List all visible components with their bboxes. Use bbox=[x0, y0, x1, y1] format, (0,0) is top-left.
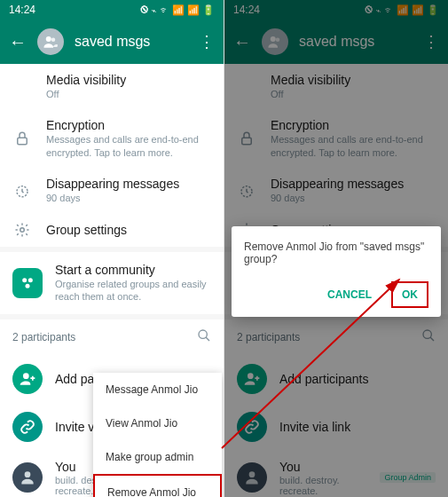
phone-screen-right: 14:24 🛇 ⌁ ᯤ 📶 📶 🔋 ← saved msgs ⋮ Media v… bbox=[224, 0, 448, 497]
group-settings-title: Group settings bbox=[46, 223, 211, 237]
encryption-title: Encryption bbox=[46, 118, 211, 132]
community-title: Start a community bbox=[55, 263, 211, 277]
community-sub: Organise related groups and easily reach… bbox=[55, 278, 211, 304]
svg-point-4 bbox=[20, 228, 25, 233]
context-message[interactable]: Message Anmol Jio bbox=[93, 373, 222, 406]
status-bar: 14:24 🛇 ⌁ ᯤ 📶 📶 🔋 bbox=[0, 0, 224, 20]
svg-point-6 bbox=[28, 278, 33, 282]
svg-rect-2 bbox=[18, 138, 28, 145]
media-sub: Off bbox=[46, 88, 211, 100]
media-visibility-row[interactable]: Media visibility Off bbox=[0, 64, 224, 109]
link-icon bbox=[12, 412, 43, 442]
group-avatar-icon[interactable] bbox=[37, 28, 64, 55]
ok-button[interactable]: OK bbox=[391, 281, 428, 308]
search-icon[interactable] bbox=[197, 328, 211, 346]
more-menu-icon[interactable]: ⋮ bbox=[199, 32, 215, 51]
context-admin[interactable]: Make group admin bbox=[93, 440, 222, 474]
lock-icon bbox=[12, 130, 32, 146]
page-title: saved msgs bbox=[75, 34, 188, 50]
gear-icon bbox=[12, 222, 32, 238]
group-settings-row[interactable]: Group settings bbox=[0, 213, 224, 247]
encryption-row[interactable]: Encryption Messages and calls are end-to… bbox=[0, 109, 224, 168]
add-person-icon bbox=[12, 364, 43, 394]
status-icons: 🛇 ⌁ ᯤ 📶 📶 🔋 bbox=[139, 4, 215, 16]
svg-point-9 bbox=[23, 373, 29, 379]
dialog-text: Remove Anmol Jio from "saved msgs" group… bbox=[244, 241, 428, 265]
disappearing-row[interactable]: Disappearing messages 90 days bbox=[0, 168, 224, 213]
svg-point-7 bbox=[26, 284, 30, 288]
status-time: 14:24 bbox=[9, 4, 35, 16]
cancel-button[interactable]: CANCEL bbox=[318, 283, 381, 306]
svg-point-1 bbox=[51, 38, 56, 43]
confirm-dialog: Remove Anmol Jio from "saved msgs" group… bbox=[232, 226, 441, 317]
svg-point-5 bbox=[22, 278, 27, 282]
participants-header: 2 participants bbox=[0, 320, 224, 355]
svg-point-10 bbox=[25, 472, 31, 478]
disappearing-sub: 90 days bbox=[46, 192, 211, 204]
avatar bbox=[12, 462, 43, 493]
timer-icon bbox=[12, 183, 32, 199]
context-remove[interactable]: Remove Anmol Jio bbox=[93, 474, 222, 497]
context-view[interactable]: View Anmol Jio bbox=[93, 406, 222, 440]
svg-point-0 bbox=[46, 36, 51, 42]
back-icon[interactable]: ← bbox=[9, 32, 27, 52]
participants-count: 2 participants bbox=[12, 331, 75, 343]
media-title: Media visibility bbox=[46, 73, 211, 87]
encryption-sub: Messages and calls are end-to-end encryp… bbox=[46, 133, 211, 159]
community-row[interactable]: Start a community Organise related group… bbox=[0, 252, 224, 314]
svg-point-8 bbox=[199, 330, 207, 338]
context-menu: Message Anmol Jio View Anmol Jio Make gr… bbox=[93, 373, 222, 497]
disappearing-title: Disappearing messages bbox=[46, 177, 211, 191]
phone-screen-left: 14:24 🛇 ⌁ ᯤ 📶 📶 🔋 ← saved msgs ⋮ Media v… bbox=[0, 0, 224, 497]
community-icon bbox=[12, 268, 43, 298]
app-header: ← saved msgs ⋮ bbox=[0, 20, 224, 64]
